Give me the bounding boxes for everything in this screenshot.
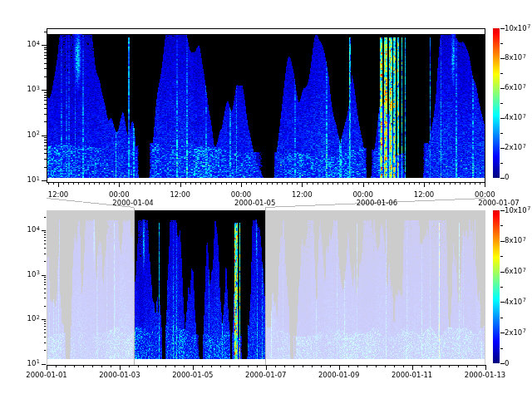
zoom-connector-right [266,199,485,208]
colorbar-tick-label: 0 [505,174,509,181]
colorbar-tick-label: 10x107 [505,207,530,214]
top-x-tick-date-label: 2000-01-04 [112,200,153,207]
top-x-tick-time-label: 00:00 [471,191,498,199]
colorbar-tick-label: 6x107 [505,84,526,91]
y-tick-label: 103 [20,86,40,93]
overview-x-tick-date-label: 2000-01-01 [24,372,69,379]
colorbar-tick-label: 4x107 [505,114,526,121]
overview-x-tick-date-label: 2000-01-05 [170,372,215,379]
spectrogram-figure: 12:0000:002000-01-0412:0000:002000-01-05… [0,0,532,399]
colorbar-tick-label: 4x107 [505,298,526,306]
y-tick-label: 104 [20,226,40,234]
overview-x-tick-date-label: 2000-01-03 [97,372,142,379]
colorbar-tick-label: 8x107 [505,54,526,62]
y-tick-label: 101 [20,360,40,367]
faded-region-before-selection [46,209,134,365]
colorbar-tick-label: 8x107 [505,237,526,244]
top-x-tick-date-label: 2000-01-06 [357,200,397,207]
colorbar-tick-label: 2x107 [505,329,526,337]
top-x-tick-time-label: 00:00 [106,191,132,199]
colorbar-tick-label: 10x107 [505,25,530,32]
y-tick-label: 102 [20,131,40,139]
zoom-connector-left [47,199,135,208]
top-x-tick-time-label: 12:00 [288,191,315,199]
overview-x-tick-date-label: 2000-01-13 [463,372,508,379]
overview-x-tick-date-label: 2000-01-11 [390,372,435,379]
top-x-tick-time-label: 12:00 [45,191,71,199]
top-x-tick-time-label: 00:00 [350,191,377,199]
top-x-tick-time-label: 12:00 [167,191,194,199]
y-tick-label: 103 [20,271,40,278]
top-x-tick-date-label: 2000-01-07 [478,200,519,207]
top-x-tick-date-label: 2000-01-05 [234,200,275,207]
top-x-tick-time-label: 12:00 [411,191,437,199]
overview-x-tick-date-label: 2000-01-09 [317,372,362,379]
top-spectrogram-heatmap[interactable] [47,34,485,178]
top-colorbar [493,28,500,178]
bottom-colorbar [493,210,500,363]
overview-x-tick-date-label: 2000-01-07 [244,372,288,379]
y-tick-label: 104 [20,41,40,48]
y-tick-label: 101 [20,176,40,184]
y-tick-label: 102 [20,315,40,323]
colorbar-tick-label: 6x107 [505,268,526,275]
faded-region-after-selection [266,209,486,365]
colorbar-tick-label: 2x107 [505,144,526,151]
colorbar-tick-label: 0 [505,360,509,367]
top-x-tick-time-label: 00:00 [228,191,254,199]
